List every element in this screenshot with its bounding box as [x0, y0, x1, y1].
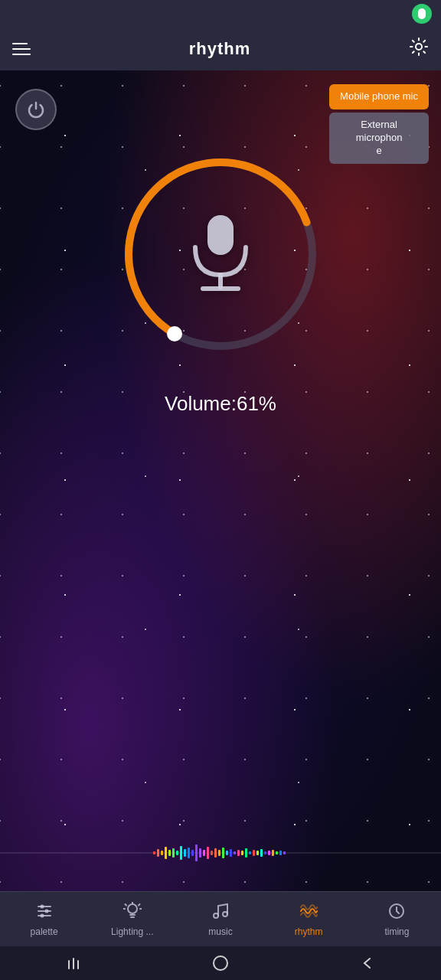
microphone-icon	[186, 212, 255, 296]
svg-rect-37	[268, 851, 270, 855]
svg-rect-38	[272, 850, 274, 856]
svg-rect-20	[203, 850, 205, 856]
power-button[interactable]	[15, 89, 57, 130]
svg-rect-28	[234, 851, 236, 854]
nav-item-timing[interactable]: timing	[353, 902, 441, 937]
mic-active-indicator	[412, 4, 432, 24]
svg-rect-10	[165, 847, 167, 859]
svg-line-51	[139, 904, 140, 906]
svg-rect-26	[226, 851, 228, 855]
svg-rect-15	[184, 849, 186, 857]
svg-rect-33	[253, 850, 255, 856]
svg-rect-22	[211, 851, 213, 855]
bottom-nav: palette Lighting ... music	[0, 891, 441, 946]
nav-item-rhythm[interactable]: rhythm	[265, 902, 353, 937]
svg-rect-24	[218, 850, 220, 856]
bulb-icon	[123, 902, 142, 923]
top-nav: rhythm	[0, 28, 441, 70]
svg-rect-18	[195, 844, 198, 861]
music-label: music	[208, 926, 232, 937]
waves-icon	[299, 902, 318, 923]
svg-rect-13	[176, 851, 178, 855]
svg-point-0	[416, 44, 422, 50]
music-icon	[211, 902, 230, 923]
svg-rect-35	[260, 849, 263, 857]
svg-rect-25	[222, 848, 224, 858]
svg-rect-29	[237, 850, 240, 856]
svg-rect-12	[172, 848, 175, 858]
nav-item-palette[interactable]: palette	[0, 902, 88, 937]
svg-rect-23	[214, 848, 217, 858]
svg-rect-41	[283, 851, 286, 854]
mic-options: Mobile phone mic Externalmicrophone	[329, 84, 429, 164]
svg-rect-27	[230, 849, 232, 857]
svg-point-55	[223, 912, 227, 916]
volume-label: Volume:61%	[165, 392, 276, 416]
sliders-icon	[35, 902, 54, 923]
svg-rect-21	[207, 847, 209, 859]
svg-point-54	[214, 913, 218, 918]
clock-icon	[387, 902, 406, 923]
volume-handle	[167, 326, 182, 341]
svg-rect-39	[276, 851, 278, 854]
system-nav	[0, 946, 441, 980]
volume-control[interactable]	[113, 147, 328, 361]
nav-item-music[interactable]: music	[176, 902, 264, 937]
external-mic-button[interactable]: Externalmicrophone	[329, 113, 429, 164]
home-button[interactable]	[207, 949, 234, 977]
svg-rect-9	[161, 851, 163, 855]
svg-rect-31	[245, 848, 247, 858]
lighting-label: Lighting ...	[111, 926, 153, 937]
svg-point-48	[128, 904, 137, 913]
svg-rect-11	[168, 850, 171, 856]
svg-rect-8	[157, 849, 159, 857]
status-bar	[0, 0, 441, 28]
svg-rect-40	[279, 851, 282, 855]
menu-button[interactable]	[12, 43, 31, 55]
svg-rect-36	[264, 851, 266, 854]
svg-point-46	[44, 909, 48, 913]
rhythm-label: rhythm	[295, 926, 323, 937]
svg-rect-7	[153, 851, 155, 854]
svg-rect-30	[241, 851, 243, 855]
nav-item-lighting[interactable]: Lighting ...	[88, 902, 176, 937]
svg-point-47	[40, 913, 44, 917]
svg-rect-17	[191, 850, 194, 856]
main-content: Mobile phone mic Externalmicrophone	[0, 70, 441, 891]
power-icon	[26, 100, 46, 119]
svg-rect-19	[199, 848, 201, 858]
svg-rect-3	[207, 215, 234, 255]
svg-line-50	[125, 904, 126, 906]
recent-apps-button[interactable]	[60, 949, 87, 977]
svg-rect-32	[249, 851, 251, 854]
svg-point-60	[214, 956, 227, 970]
audio-waveform	[0, 838, 441, 868]
mobile-mic-button[interactable]: Mobile phone mic	[329, 84, 429, 109]
waveform-area	[0, 830, 441, 876]
svg-rect-34	[256, 851, 259, 855]
svg-rect-14	[180, 846, 182, 860]
svg-rect-16	[188, 848, 190, 858]
back-button[interactable]	[354, 949, 381, 977]
palette-label: palette	[31, 926, 58, 937]
svg-point-45	[40, 904, 44, 908]
page-title: rhythm	[189, 39, 251, 59]
settings-button[interactable]	[409, 37, 429, 61]
timing-label: timing	[384, 926, 409, 937]
